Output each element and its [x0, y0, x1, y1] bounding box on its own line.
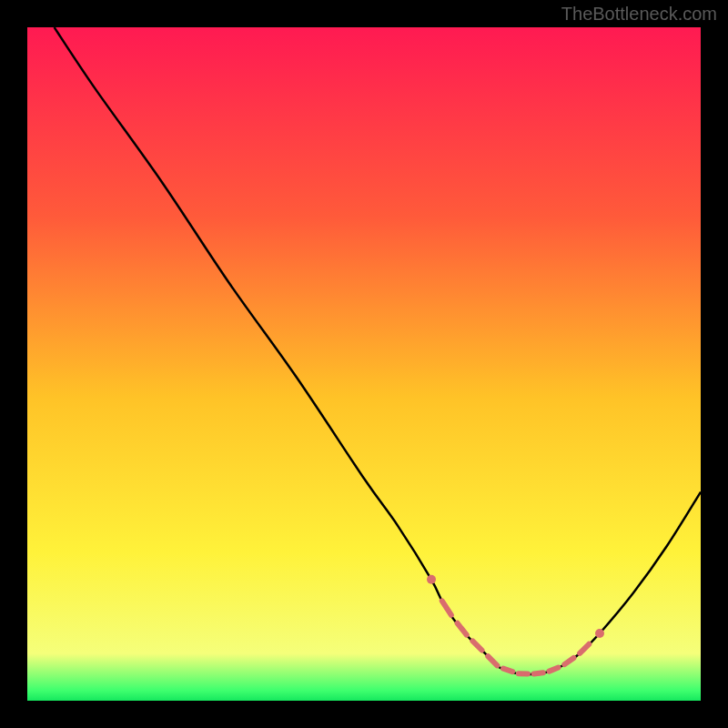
svg-point-11	[506, 668, 510, 672]
svg-point-5	[460, 627, 463, 631]
plot-area	[27, 27, 701, 701]
gradient-background	[27, 27, 701, 701]
chart-svg	[27, 27, 701, 701]
svg-point-19	[567, 660, 571, 663]
svg-point-7	[475, 643, 479, 647]
svg-point-21	[582, 647, 586, 651]
svg-point-1	[595, 629, 604, 638]
svg-point-3	[445, 607, 449, 611]
watermark-label: TheBottleneck.com	[561, 4, 717, 25]
svg-point-15	[537, 672, 541, 675]
svg-point-0	[427, 575, 436, 584]
svg-point-13	[521, 672, 525, 675]
chart-frame: TheBottleneck.com	[0, 0, 728, 728]
svg-point-17	[551, 668, 555, 672]
svg-point-9	[490, 659, 494, 662]
